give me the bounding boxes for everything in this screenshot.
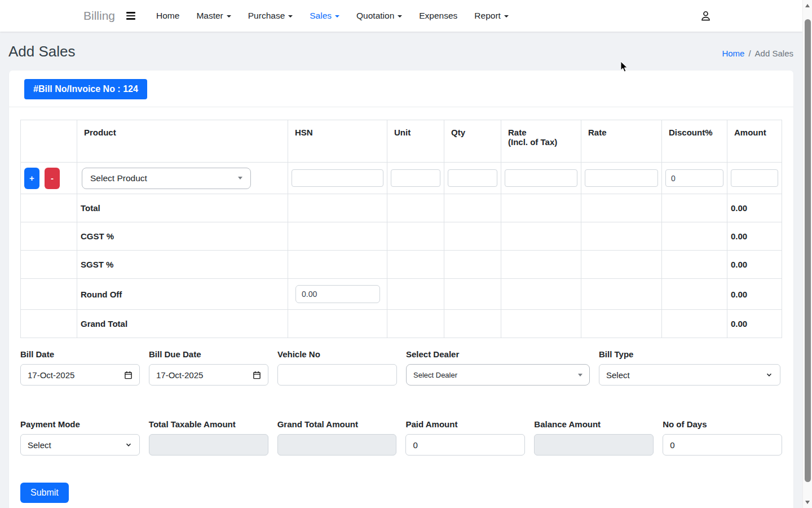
payment-mode-label: Payment Mode — [20, 419, 140, 429]
user-account-icon[interactable] — [699, 10, 712, 23]
grand-total-amount: 0.00 — [727, 310, 782, 338]
payment-details-row: Payment Mode Select Total Taxable Amount… — [20, 419, 782, 456]
nav-item-purchase[interactable]: Purchase — [240, 6, 301, 25]
rate-input[interactable] — [585, 169, 658, 187]
discount-input[interactable] — [665, 169, 723, 187]
no-of-days-input[interactable] — [663, 434, 782, 456]
sgst-amount: 0.00 — [727, 251, 782, 279]
caret-down-icon — [238, 177, 242, 179]
nav-item-quotation[interactable]: Quotation — [348, 6, 411, 25]
caret-down-icon — [288, 15, 293, 17]
select-dealer-dropdown[interactable]: Select Dealer — [406, 364, 590, 386]
bill-due-date-input[interactable]: 17-Oct-2025 — [149, 364, 268, 386]
caret-down-icon — [335, 15, 339, 17]
nav-item-master[interactable]: Master — [188, 6, 239, 25]
hsn-input[interactable] — [292, 169, 383, 187]
vertical-scrollbar[interactable] — [802, 0, 812, 508]
balance-amount-label: Balance Amount — [534, 419, 654, 429]
grand-total-label: Grand Total — [77, 310, 288, 338]
col-rate: Rate — [581, 120, 662, 163]
col-product: Product — [77, 120, 288, 163]
bill-no-invoice-button[interactable]: #Bill No/Invoice No : 124 — [24, 79, 147, 99]
total-amount: 0.00 — [727, 194, 782, 222]
paid-amount-input[interactable] — [405, 434, 525, 456]
grand-total-amount-input — [277, 434, 397, 456]
bill-due-date-label: Bill Due Date — [149, 349, 268, 359]
col-actions — [21, 120, 77, 163]
col-unit: Unit — [387, 120, 444, 163]
breadcrumb: Home/Add Sales — [722, 49, 793, 60]
scroll-up-arrow-icon[interactable] — [805, 4, 810, 7]
bill-type-label: Bill Type — [599, 349, 780, 359]
balance-amount-input — [534, 434, 654, 456]
bill-number-section: #Bill No/Invoice No : 124 — [9, 71, 793, 107]
total-row: Total 0.00 — [21, 194, 782, 222]
page-title: Add Sales — [8, 43, 76, 60]
app-viewport: Billing Home Master Purchase Sales Quota… — [0, 0, 802, 508]
breadcrumb-current: Add Sales — [755, 49, 793, 58]
vehicle-no-label: Vehicle No — [277, 349, 397, 359]
breadcrumb-home-link[interactable]: Home — [722, 49, 744, 58]
add-row-button[interactable]: + — [24, 168, 39, 189]
select-product-dropdown[interactable]: Select Product — [82, 168, 251, 189]
caret-down-icon — [578, 374, 582, 376]
paid-amount-label: Paid Amount — [405, 419, 525, 429]
cgst-label: CGST % — [77, 222, 288, 251]
select-dealer-label: Select Dealer — [406, 349, 590, 359]
sgst-label: SGST % — [77, 251, 288, 279]
round-off-label: Round Off — [77, 279, 288, 310]
round-off-input[interactable] — [295, 285, 380, 303]
col-qty: Qty — [444, 120, 501, 163]
grand-total-row: Grand Total 0.00 — [21, 310, 782, 338]
round-off-amount: 0.00 — [727, 279, 782, 310]
unit-input[interactable] — [391, 169, 440, 187]
nav-item-report[interactable]: Report — [466, 6, 517, 25]
card-body: Product HSN Unit Qty Rate (Incl. of Tax)… — [9, 107, 793, 508]
bill-type-select[interactable]: Select — [599, 364, 780, 386]
total-label: Total — [77, 194, 288, 222]
grand-total-amount-label: Grand Total Amount — [277, 419, 397, 429]
page-header: Add Sales Home/Add Sales — [0, 32, 802, 71]
hamburger-menu-icon[interactable] — [123, 8, 139, 23]
no-of-days-label: No of Days — [663, 419, 782, 429]
amount-input[interactable] — [731, 169, 778, 187]
calendar-icon[interactable] — [253, 371, 261, 379]
product-entry-row: +- Select Product — [21, 163, 782, 194]
table-header-row: Product HSN Unit Qty Rate (Incl. of Tax)… — [21, 120, 782, 163]
bill-date-label: Bill Date — [20, 349, 140, 359]
round-off-row: Round Off 0.00 — [21, 279, 782, 310]
bill-date-input[interactable]: 17-Oct-2025 — [20, 364, 140, 386]
cgst-amount: 0.00 — [727, 222, 782, 251]
total-taxable-amount-input — [149, 434, 268, 456]
caret-down-icon — [398, 15, 402, 17]
payment-mode-select[interactable]: Select — [20, 434, 140, 456]
add-sales-card: #Bill No/Invoice No : 124 Product HSN Un… — [9, 71, 793, 508]
remove-row-button[interactable]: - — [45, 168, 60, 189]
nav-item-sales[interactable]: Sales — [301, 6, 348, 25]
person-icon — [699, 10, 712, 23]
scrollbar-thumb[interactable] — [805, 19, 811, 482]
nav-item-home[interactable]: Home — [148, 6, 188, 25]
sgst-row: SGST % 0.00 — [21, 251, 782, 279]
col-hsn: HSN — [288, 120, 387, 163]
brand-logo[interactable]: Billing — [83, 9, 115, 23]
vehicle-no-input[interactable] — [277, 364, 397, 386]
col-amount: Amount — [727, 120, 782, 163]
caret-down-icon — [227, 15, 231, 17]
chevron-down-icon — [125, 441, 133, 449]
top-navbar: Billing Home Master Purchase Sales Quota… — [0, 0, 802, 32]
total-taxable-amount-label: Total Taxable Amount — [149, 419, 268, 429]
scroll-down-arrow-icon[interactable] — [805, 501, 810, 504]
qty-input[interactable] — [448, 169, 497, 187]
col-discount: Discount% — [662, 120, 727, 163]
main-nav: Home Master Purchase Sales Quotation Exp… — [148, 6, 517, 25]
bill-details-row: Bill Date 17-Oct-2025 Bill Due Date 17-O… — [20, 349, 782, 386]
col-rate-incl: Rate (Incl. of Tax) — [501, 120, 581, 163]
nav-item-expenses[interactable]: Expenses — [411, 6, 466, 25]
items-table: Product HSN Unit Qty Rate (Incl. of Tax)… — [20, 120, 782, 338]
chevron-down-icon — [765, 371, 773, 379]
rate-incl-tax-input[interactable] — [505, 169, 577, 187]
submit-button[interactable]: Submit — [20, 483, 69, 503]
calendar-icon[interactable] — [124, 371, 133, 379]
cgst-row: CGST % 0.00 — [21, 222, 782, 251]
